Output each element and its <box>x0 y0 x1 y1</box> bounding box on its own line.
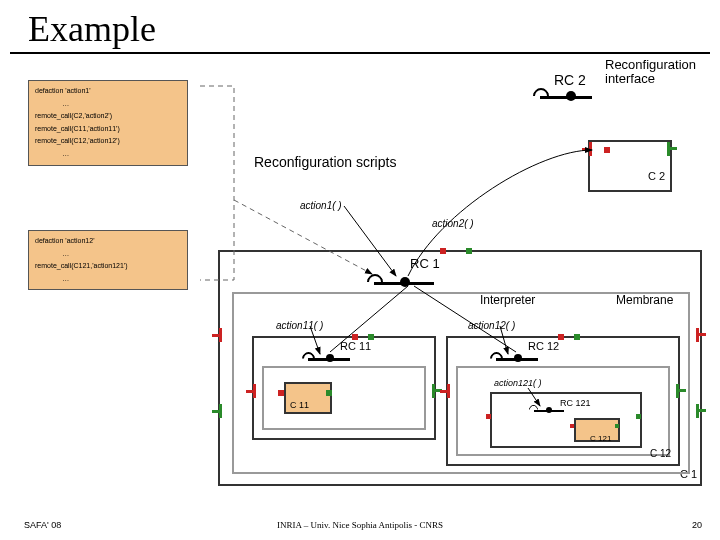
script1-line2: … <box>35 98 181 111</box>
comp-c2 <box>588 140 672 192</box>
rc2-socket-icon <box>530 85 553 108</box>
action11-label: action11( ) <box>276 320 323 331</box>
c2-port-dot-icon <box>604 147 610 153</box>
script2-line1: defaction 'action12' <box>35 235 181 248</box>
rc1-label: RC 1 <box>410 256 440 271</box>
script1-line5: remote_call(C12,'action12') <box>35 135 181 148</box>
action12-label: action12( ) <box>468 320 515 331</box>
c12-label: C 12 <box>650 448 671 459</box>
c121-port-right-icon <box>636 414 641 419</box>
c1-port-topdot1-icon <box>440 248 446 254</box>
reconfig-interface-label: Reconfiguration interface <box>605 58 720 87</box>
c1-port-right-green-icon <box>696 404 706 418</box>
script1-line4: remote_call(C11,'action11') <box>35 123 181 136</box>
c12-topdot2-icon <box>574 334 580 340</box>
rc12-label: RC 12 <box>528 340 559 352</box>
rc12-ball-icon <box>514 354 522 362</box>
footer-right: 20 <box>692 520 702 530</box>
c1-port-left-red-icon <box>212 328 222 342</box>
script-box-2: defaction 'action12' … remote_call(C121,… <box>28 230 188 290</box>
script2-line4: … <box>35 273 181 286</box>
action121-label: action121( ) <box>494 378 542 388</box>
rc11-label: RC 11 <box>340 340 371 352</box>
membrane-label: Membrane <box>616 293 673 307</box>
footer-center: INRIA – Univ. Nice Sophia Antipolis - CN… <box>0 520 720 530</box>
c11-inner-port2-icon <box>326 390 332 396</box>
c11-port-left-icon <box>246 384 256 398</box>
c11-label: C 11 <box>290 400 309 410</box>
c11-topdot2-icon <box>368 334 374 340</box>
rc11-ball-icon <box>326 354 334 362</box>
interpreter-label: Interpreter <box>480 293 535 307</box>
c2-port-left-icon <box>582 142 592 156</box>
rc121-label: RC 121 <box>560 398 591 408</box>
script-box-1: defaction 'action1' … remote_call(C2,'ac… <box>28 80 188 166</box>
c1-port-right-red-icon <box>696 328 706 342</box>
action1-label: action1( ) <box>300 200 342 211</box>
rc121-ball-icon <box>546 407 552 413</box>
rc1-ball-icon <box>400 277 410 287</box>
c2-label: C 2 <box>648 170 665 182</box>
rc2-label: RC 2 <box>554 72 586 88</box>
c121-inner-port1-icon <box>570 424 574 428</box>
c1-port-topdot2-icon <box>466 248 472 254</box>
title-bar: Example <box>10 6 710 54</box>
script2-line3: remote_call(C121,'action121') <box>35 260 181 273</box>
c121-inner-port2-icon <box>615 424 619 428</box>
script1-line1: defaction 'action1' <box>35 85 181 98</box>
c1-port-left-green-icon <box>212 404 222 418</box>
c12-port-left-icon <box>440 384 450 398</box>
c12-topdot1-icon <box>558 334 564 340</box>
script1-line6: … <box>35 148 181 161</box>
script1-line3: remote_call(C2,'action2') <box>35 110 181 123</box>
c121-label: C 121 <box>590 434 611 443</box>
rc2-ball-icon <box>566 91 576 101</box>
script2-line2: … <box>35 248 181 261</box>
c11-topdot1-icon <box>352 334 358 340</box>
c11-inner-port1-icon <box>278 390 284 396</box>
page-title: Example <box>28 9 156 49</box>
c2-port-right-icon <box>667 142 677 156</box>
c12-port-right-icon <box>676 384 686 398</box>
action2-label: action2( ) <box>432 218 474 229</box>
reconfig-scripts-label: Reconfiguration scripts <box>254 155 396 170</box>
c121-port-left-icon <box>486 414 491 419</box>
